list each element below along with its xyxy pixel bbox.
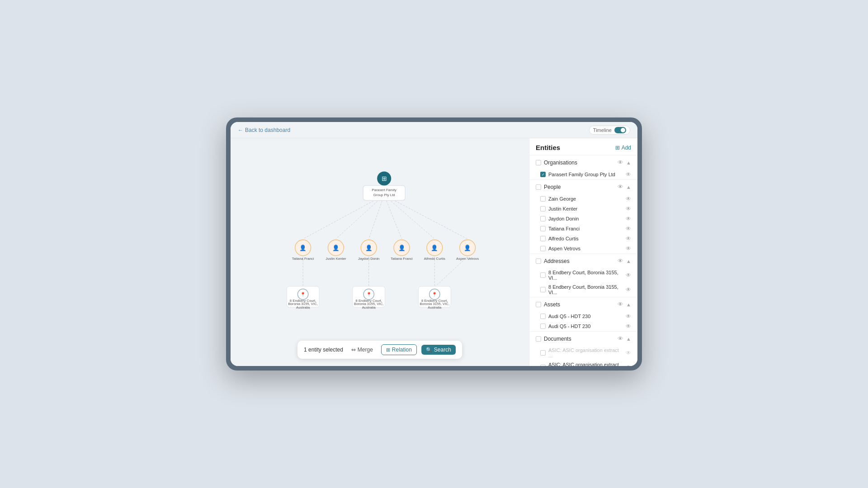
svg-line-2 (369, 195, 384, 239)
people-checkbox[interactable] (536, 184, 541, 190)
svg-text:📍: 📍 (432, 292, 438, 297)
assets-label: Assets (544, 301, 615, 308)
item-eye-icon[interactable]: 👁 (626, 171, 631, 178)
addresses-checkbox[interactable] (536, 258, 541, 264)
item-name: 8 Endbery Court, Boronia 3155, VI... (548, 284, 623, 295)
section-documents: Documents 👁 ▲ ASIC: ASIC organisation ex… (529, 332, 637, 366)
item-eye-icon[interactable]: 👁 (626, 313, 631, 319)
section-header-organisations: Organisations 👁 ▲ (529, 155, 637, 169)
search-button[interactable]: 🔍 Search (421, 345, 456, 355)
addresses-eye-icon[interactable]: 👁 (618, 258, 623, 264)
item-checkbox[interactable] (540, 206, 546, 211)
item-eye-icon[interactable]: 👁 (626, 225, 631, 232)
item-eye-icon[interactable]: 👁 (626, 272, 631, 278)
addresses-label: Addresses (544, 258, 615, 264)
assets-chevron-icon[interactable]: ▲ (626, 302, 631, 307)
documents-eye-icon[interactable]: 👁 (618, 335, 623, 342)
item-checkbox[interactable] (540, 287, 546, 292)
list-item: Audi Q5 - HDT 230 👁 (529, 321, 637, 331)
item-checkbox[interactable] (540, 272, 546, 278)
relation-button[interactable]: ⊞ Relation (381, 344, 417, 355)
item-checkbox[interactable] (540, 324, 546, 329)
organisations-chevron-icon[interactable]: ▲ (626, 160, 631, 165)
svg-text:👤: 👤 (299, 244, 307, 252)
organisations-checkbox[interactable] (536, 160, 541, 165)
item-checkbox[interactable] (540, 236, 546, 241)
item-eye-icon[interactable]: 👁 (626, 245, 631, 252)
item-eye-icon[interactable]: 👁 (626, 286, 631, 293)
svg-text:👤: 👤 (398, 244, 406, 252)
item-checkbox[interactable] (540, 314, 546, 319)
item-name: Aspen Vetrovs (548, 246, 623, 251)
graph-panel: ⊞ Parasert Family Group Pty Ltd 👤 Tatian… (231, 138, 529, 366)
device-frame: ← Back to dashboard Timeline (226, 117, 642, 371)
list-item: Justin Kenter 👁 (529, 204, 637, 214)
item-eye-icon[interactable]: 👁 (626, 206, 631, 212)
back-to-dashboard-link[interactable]: ← Back to dashboard (238, 127, 290, 133)
svg-text:👤: 👤 (332, 244, 340, 252)
addresses-chevron-icon[interactable]: ▲ (626, 258, 631, 264)
timeline-toggle[interactable]: Timeline (589, 126, 630, 135)
back-label: Back to dashboard (245, 127, 290, 133)
svg-text:👤: 👤 (431, 244, 438, 252)
svg-text:Alfredo Curtis: Alfredo Curtis (424, 257, 445, 261)
people-eye-icon[interactable]: 👁 (618, 183, 623, 190)
toggle-switch[interactable] (614, 127, 626, 133)
item-checkbox[interactable] (540, 216, 546, 221)
item-name: Tatiana Franci (548, 226, 623, 231)
add-label: Add (622, 145, 631, 151)
people-chevron-icon[interactable]: ▲ (626, 184, 631, 190)
section-header-assets: Assets 👁 ▲ (529, 297, 637, 311)
svg-line-9 (434, 257, 467, 287)
list-item: ASIC: ASIC organisation extract ... 👁 (529, 360, 637, 366)
item-checkbox[interactable]: ✓ (540, 172, 546, 177)
item-eye-icon[interactable]: 👁 (626, 364, 631, 366)
item-name: ASIC: ASIC organisation extract ... (548, 347, 623, 358)
item-checkbox[interactable] (540, 365, 546, 366)
documents-checkbox[interactable] (536, 336, 541, 342)
item-name: Justin Kenter (548, 206, 623, 211)
svg-text:Australia: Australia (428, 305, 442, 310)
svg-text:Group Pty Ltd: Group Pty Ltd (373, 193, 395, 197)
section-organisations: Organisations 👁 ▲ ✓ Parasert Family Grou… (529, 155, 637, 180)
add-button[interactable]: ⊞ Add (615, 145, 631, 151)
svg-text:Jaydon Donin: Jaydon Donin (358, 257, 379, 261)
search-label: Search (434, 347, 451, 353)
svg-line-4 (384, 195, 435, 239)
item-name: Parasert Family Group Pty Ltd (548, 172, 623, 177)
list-item: ASIC: ASIC organisation extract ... 👁 (529, 346, 637, 360)
merge-icon: ⇔ (351, 347, 356, 353)
item-eye-icon[interactable]: 👁 (626, 350, 631, 356)
item-eye-icon[interactable]: 👁 (626, 216, 631, 222)
merge-button[interactable]: ⇔ Merge (348, 345, 377, 355)
item-eye-icon[interactable]: 👁 (626, 196, 631, 202)
list-item: Aspen Vetrovs 👁 (529, 244, 637, 253)
item-eye-icon[interactable]: 👁 (626, 323, 631, 329)
item-checkbox[interactable] (540, 196, 546, 202)
assets-eye-icon[interactable]: 👁 (618, 301, 623, 308)
back-arrow-icon: ← (238, 127, 243, 133)
svg-text:Parasert Family: Parasert Family (372, 188, 396, 192)
svg-line-0 (303, 195, 384, 239)
item-checkbox[interactable] (540, 246, 546, 251)
assets-checkbox[interactable] (536, 302, 541, 307)
people-label: People (544, 184, 615, 190)
svg-text:⊞: ⊞ (382, 175, 387, 182)
item-eye-icon[interactable]: 👁 (626, 235, 631, 242)
svg-text:Aspen Vetrovs: Aspen Vetrovs (456, 257, 479, 261)
svg-text:Australia: Australia (296, 305, 310, 310)
selection-count: 1 entity selected (304, 347, 343, 353)
sidebar: Entities ⊞ Add Organisations 👁 ▲ (529, 138, 637, 366)
list-item: 8 Endbery Court, Boronia 3155, VI... 👁 (529, 268, 637, 282)
selection-bar: 1 entity selected ⇔ Merge ⊞ Relation 🔍 S… (297, 341, 462, 359)
item-name: Jaydon Donin (548, 216, 623, 221)
list-item: Tatiana Franci 👁 (529, 224, 637, 234)
item-checkbox[interactable] (540, 226, 546, 231)
sidebar-header: Entities ⊞ Add (529, 138, 637, 155)
list-item: Audi Q5 - HDT 230 👁 (529, 311, 637, 321)
documents-chevron-icon[interactable]: ▲ (626, 336, 631, 342)
documents-label: Documents (544, 336, 615, 342)
item-checkbox[interactable] (540, 350, 546, 356)
organisations-eye-icon[interactable]: 👁 (618, 159, 623, 166)
section-header-documents: Documents 👁 ▲ (529, 332, 637, 346)
